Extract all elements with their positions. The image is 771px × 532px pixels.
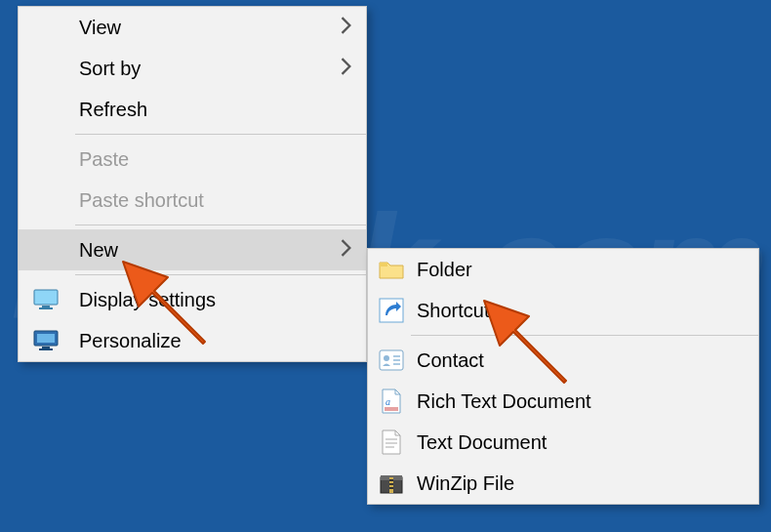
svg-rect-1	[42, 306, 50, 307]
menu-separator	[75, 274, 366, 275]
svg-text:a: a	[386, 396, 390, 407]
submenu-item-label: Rich Text Document	[417, 390, 591, 413]
rtf-document-icon: a	[378, 388, 405, 415]
svg-rect-2	[39, 307, 53, 309]
folder-icon	[378, 256, 405, 283]
chevron-right-icon	[341, 17, 352, 39]
display-settings-icon	[32, 286, 60, 313]
menu-item-label: Paste shortcut	[79, 189, 204, 212]
menu-item-sort-by[interactable]: Sort by	[19, 48, 366, 89]
svg-rect-6	[39, 348, 53, 350]
contact-icon	[378, 347, 405, 374]
svg-rect-5	[42, 347, 50, 348]
submenu-item-rtf[interactable]: a Rich Text Document	[368, 381, 758, 422]
chevron-right-icon	[341, 58, 352, 80]
menu-item-paste: Paste	[19, 139, 366, 180]
svg-point-10	[384, 355, 389, 361]
menu-item-refresh[interactable]: Refresh	[19, 89, 366, 130]
svg-rect-24	[389, 483, 393, 485]
shortcut-icon	[378, 297, 405, 324]
submenu-item-label: Folder	[417, 259, 472, 281]
submenu-item-label: Contact	[417, 349, 484, 372]
menu-separator	[75, 225, 366, 225]
submenu-item-folder[interactable]: Folder	[368, 249, 758, 290]
menu-item-label: View	[79, 17, 121, 39]
winzip-file-icon	[378, 470, 405, 497]
menu-item-label: Paste	[79, 148, 129, 171]
submenu-item-contact[interactable]: Contact	[368, 340, 758, 381]
submenu-item-winzip[interactable]: WinZip File	[368, 463, 758, 504]
text-document-icon	[378, 429, 405, 456]
menu-item-label: New	[79, 239, 118, 262]
chevron-right-icon	[341, 239, 352, 262]
menu-item-display-settings[interactable]: Display settings	[19, 279, 366, 320]
submenu-item-label: Shortcut	[417, 300, 489, 322]
menu-item-label: Personalize	[79, 330, 182, 352]
menu-item-label: Display settings	[79, 289, 216, 311]
svg-rect-8	[380, 299, 403, 322]
desktop-context-menu: View Sort by Refresh Paste Paste shortcu…	[18, 6, 367, 362]
menu-item-paste-shortcut: Paste shortcut	[19, 180, 366, 221]
svg-rect-4	[37, 334, 55, 343]
new-submenu: Folder Shortcut Contact	[367, 248, 759, 505]
submenu-item-shortcut[interactable]: Shortcut	[368, 290, 758, 331]
menu-separator	[75, 134, 366, 135]
submenu-item-label: WinZip File	[417, 472, 514, 495]
submenu-item-txt[interactable]: Text Document	[368, 422, 758, 463]
menu-separator	[411, 335, 758, 336]
svg-rect-25	[389, 487, 393, 489]
menu-item-new[interactable]: New	[19, 229, 366, 270]
menu-item-label: Sort by	[79, 58, 141, 80]
submenu-item-label: Text Document	[417, 431, 547, 454]
menu-item-label: Refresh	[79, 99, 147, 121]
personalize-icon	[32, 327, 60, 354]
svg-rect-23	[389, 479, 393, 481]
menu-item-view[interactable]: View	[19, 7, 366, 48]
menu-item-personalize[interactable]: Personalize	[19, 320, 366, 361]
svg-rect-7	[380, 263, 387, 266]
svg-rect-0	[34, 290, 58, 305]
